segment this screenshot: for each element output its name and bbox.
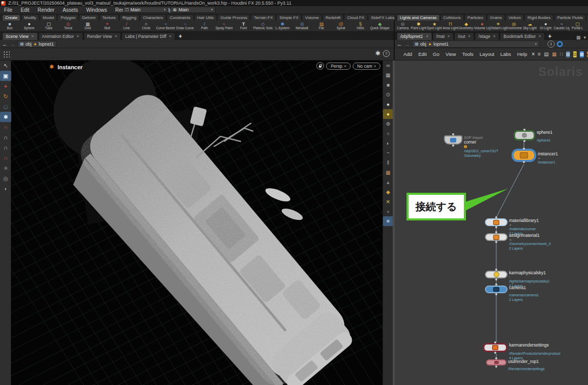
link-indicator-icon[interactable]: [557, 41, 563, 47]
shelf-tab-hair-utils[interactable]: Hair Utils: [194, 14, 217, 21]
tool-tube[interactable]: ▢Tube: [39, 22, 58, 30]
wrench-icon[interactable]: ×: [532, 51, 535, 57]
tool-quick-shapes[interactable]: ◆Quick Shapes: [370, 22, 390, 30]
pause-render-icon[interactable]: ‖: [383, 158, 393, 168]
snap-multi-icon[interactable]: ∩: [0, 143, 11, 153]
node-usdrender-rop1[interactable]: usdrender_rop1/Render/rendersettings: [486, 359, 544, 371]
lock-camera-icon[interactable]: ■: [383, 80, 393, 90]
menu-windows[interactable]: Windows: [82, 7, 111, 13]
net-menu-layout[interactable]: Layout: [477, 51, 497, 57]
shelf-tab-texture[interactable]: Texture: [99, 14, 119, 21]
tab-stage[interactable]: /stage✕: [475, 32, 499, 40]
tool-palette-icon[interactable]: [3, 51, 10, 57]
wireframe-icon[interactable]: ~: [383, 148, 393, 158]
back-arrow-icon[interactable]: ←: [397, 41, 402, 47]
dots-grid-icon[interactable]: ∷: [560, 51, 563, 57]
shelf-tab-create[interactable]: Create: [2, 14, 21, 21]
desktop-selector[interactable]: □ Main ▾: [123, 7, 168, 13]
chevron-down-icon[interactable]: ▾: [535, 42, 537, 46]
tab-scene-view[interactable]: Scene View✕: [2, 32, 38, 40]
view-lock-icon[interactable]: [316, 62, 324, 70]
tool-draw-curve[interactable]: ~Draw Curve: [175, 22, 195, 30]
select-tool-icon[interactable]: ↖: [0, 60, 11, 71]
tool-spray-paint[interactable]: ≈Spray Paint: [214, 22, 234, 30]
tool-helix[interactable]: §Helix: [351, 22, 370, 30]
pane-layout-icon[interactable]: ▦: [576, 35, 581, 40]
forward-arrow-icon[interactable]: →: [404, 41, 410, 47]
close-icon[interactable]: ✕: [31, 34, 34, 38]
close-icon[interactable]: ✕: [114, 34, 117, 38]
tool-portal-light[interactable]: ▢Portal L: [570, 22, 585, 30]
tab-out[interactable]: /out✕: [454, 32, 474, 40]
secure-selection-icon[interactable]: ▣: [0, 71, 11, 81]
translate-tool-icon[interactable]: +: [0, 81, 11, 91]
view-pivot-icon[interactable]: ◎: [0, 173, 11, 184]
rotate-tool-icon[interactable]: ↻: [0, 91, 11, 102]
shelf-tab-volume[interactable]: Volume: [302, 14, 322, 21]
close-icon[interactable]: ✕: [538, 34, 541, 38]
menu-file[interactable]: File: [0, 7, 16, 13]
net-menu-view[interactable]: View: [443, 51, 458, 57]
camera-select-menu[interactable]: No cam▾: [353, 63, 380, 70]
shading-mode-icon[interactable]: ●: [383, 99, 393, 109]
shelf-tab-polygon[interactable]: Polygon: [57, 14, 78, 21]
pin-view-icon[interactable]: ⊕: [383, 119, 393, 129]
net-menu-edit[interactable]: Edit: [416, 51, 429, 57]
tool-line[interactable]: /Line: [117, 22, 136, 30]
handles-tool-icon[interactable]: ✱: [0, 112, 11, 122]
tool-grid[interactable]: ▦Grid: [78, 22, 97, 30]
snapshot-icon[interactable]: ▦: [383, 70, 393, 80]
add-pane-tab-button[interactable]: +: [176, 33, 185, 40]
sticky-note-icon[interactable]: ▨: [573, 51, 577, 57]
tool-circle[interactable]: ○Circle: [136, 22, 156, 30]
menu-render[interactable]: Render: [33, 7, 58, 13]
scene-viewport[interactable]: ↖ ▣ + ↻ □ ✱ ∩ ∩ ∩ ∩ ✳ ◎ ◗ ∞ ▦ ■ ⊙ ● ● ⊕ …: [0, 60, 394, 385]
scale-tool-icon[interactable]: □: [0, 102, 11, 112]
shelf-tab-collisions[interactable]: Collisions: [440, 14, 464, 21]
snap-primitive-icon[interactable]: ∩: [0, 153, 11, 163]
snow-option-icon[interactable]: ✳: [383, 216, 393, 226]
tab-labs-parameter-diff[interactable]: Labs | Parameter Diff✕: [121, 32, 175, 40]
tool-font[interactable]: TFont: [234, 22, 253, 30]
shelf-tab-grains[interactable]: Grains: [487, 14, 505, 21]
close-icon[interactable]: ✕: [169, 34, 172, 38]
shelf-tab-simple-fx[interactable]: Simple FX: [276, 14, 301, 21]
tool-path[interactable]: /Path: [195, 22, 214, 30]
close-icon[interactable]: ✕: [493, 34, 496, 38]
shelf-tab-characters[interactable]: Characters: [140, 14, 166, 21]
node-instancer1[interactable]: instancer1▲/instancer1: [512, 149, 558, 165]
shelf-tab-vellum[interactable]: Vellum: [505, 14, 524, 21]
tool-environment-light[interactable]: ◎Environment Light: [506, 22, 522, 30]
tool-sphere[interactable]: ●Sphere: [19, 22, 39, 30]
tool-spiral[interactable]: @Spiral: [331, 22, 351, 30]
shelf-tab-sidefx-labs[interactable]: SideFX Labs: [368, 14, 398, 21]
tool-l-system[interactable]: ✱L-System: [273, 22, 292, 30]
lasso-select-icon[interactable]: ✕: [383, 197, 393, 207]
ghost-objects-icon[interactable]: ○: [383, 129, 393, 138]
net-menu-add[interactable]: Add: [401, 51, 415, 57]
snap-point-icon[interactable]: ∩: [0, 132, 11, 143]
background-image-icon[interactable]: ▩: [580, 51, 584, 57]
network-editor[interactable]: Solaris sphere1/sphere1 instancer1▲/inst…: [395, 60, 588, 385]
add-pane-tab-button[interactable]: +: [545, 33, 554, 40]
close-icon[interactable]: ✕: [425, 34, 429, 38]
snap-options-icon[interactable]: ✳: [0, 163, 11, 173]
tool-geometry-light[interactable]: ◆Geometry Light: [458, 22, 474, 30]
tool-metaball[interactable]: ⊙Metaball: [292, 22, 312, 30]
tool-point-light[interactable]: ✱Point Light: [411, 22, 427, 30]
net-menu-go[interactable]: Go: [430, 51, 442, 57]
shelf-tab-particle-fluids[interactable]: Particle Fluids: [554, 14, 586, 21]
net-menu-help[interactable]: Help: [515, 51, 530, 57]
tool-file[interactable]: ▤File: [312, 22, 331, 30]
shelf-tab-deform[interactable]: Deform: [79, 14, 98, 21]
shelf-tab-guide-process[interactable]: Guide Process: [217, 14, 250, 21]
shelf-tab-rigging[interactable]: Rigging: [119, 14, 139, 21]
menu-edit[interactable]: Edit: [16, 7, 33, 13]
tool-volume-light[interactable]: ●Volume Light: [474, 22, 490, 30]
tool-distant-light[interactable]: ☀Distant Light: [490, 22, 506, 30]
tool-area-light[interactable]: ΠArea Light: [442, 22, 458, 30]
node-sphere1[interactable]: sphere1/sphere1: [514, 130, 553, 143]
tool-spot-light[interactable]: ★Spot Light: [427, 22, 442, 30]
pane-link-selector[interactable]: ⊕ Main ▾: [170, 7, 215, 13]
shelf-tab-modify[interactable]: Modify: [21, 14, 39, 21]
